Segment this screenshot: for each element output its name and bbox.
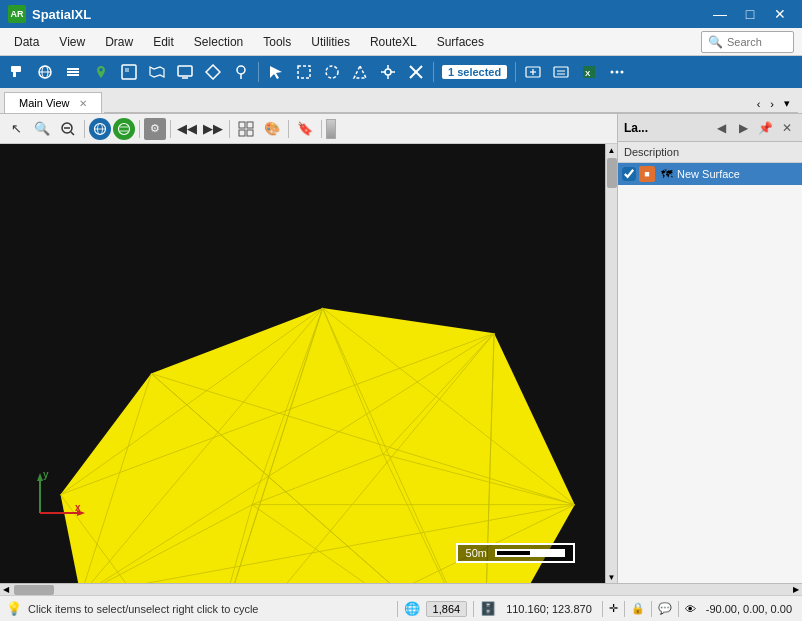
search-icon: 🔍 <box>708 35 723 49</box>
scroll-left-arrow[interactable]: ◀ <box>0 584 12 596</box>
tool-layers[interactable] <box>60 59 86 85</box>
tab-scroll-right[interactable]: › <box>766 96 778 112</box>
scroll-down-arrow[interactable]: ▼ <box>606 571 618 583</box>
view-sep6 <box>321 120 322 138</box>
layer-row-new-surface[interactable]: ■ 🗺 New Surface <box>618 163 802 185</box>
view-slider[interactable] <box>326 119 336 139</box>
menu-tools[interactable]: Tools <box>253 31 301 53</box>
tool-globe[interactable] <box>32 59 58 85</box>
app-title: AR SpatialXL <box>8 5 91 23</box>
layer-visibility-checkbox[interactable] <box>622 167 636 181</box>
svg-point-17 <box>326 66 338 78</box>
svg-point-13 <box>237 66 245 74</box>
tool-select1[interactable] <box>291 59 317 85</box>
svg-rect-29 <box>554 67 568 77</box>
menu-draw[interactable]: Draw <box>95 31 143 53</box>
menu-selection[interactable]: Selection <box>184 31 253 53</box>
database-status-icon: 🗄️ <box>480 601 496 616</box>
tool-arrow[interactable] <box>4 59 30 85</box>
description-header: Description <box>618 142 802 163</box>
svg-point-23 <box>385 69 391 75</box>
selection-count-badge: 1 selected <box>442 65 507 79</box>
svg-point-35 <box>616 71 619 74</box>
svg-rect-1 <box>13 72 16 77</box>
svg-rect-9 <box>125 68 129 72</box>
menu-surfaces[interactable]: Surfaces <box>427 31 494 53</box>
tab-scroll-left[interactable]: ‹ <box>753 96 765 112</box>
tab-main-view[interactable]: Main View ✕ <box>4 92 102 113</box>
view-globe1[interactable] <box>89 118 111 140</box>
tool-pin[interactable] <box>228 59 254 85</box>
menu-data[interactable]: Data <box>4 31 49 53</box>
panel-close-button[interactable]: ✕ <box>778 119 796 137</box>
message-icon: 💬 <box>658 602 672 615</box>
status-sep2 <box>473 601 474 617</box>
panel-header: La... ◀ ▶ 📌 ✕ <box>618 114 802 142</box>
maximize-button[interactable]: □ <box>736 3 764 25</box>
svg-rect-6 <box>67 71 79 73</box>
svg-point-43 <box>119 123 130 134</box>
search-box[interactable]: 🔍 <box>701 31 794 53</box>
rotation-value: -90.00, 0.00, 0.00 <box>702 603 796 615</box>
tool-map-pin[interactable] <box>88 59 114 85</box>
view-zoom-in[interactable]: 🔍 <box>30 117 54 141</box>
tool-cursor[interactable] <box>263 59 289 85</box>
tool-export1[interactable] <box>520 59 546 85</box>
tool-export2[interactable] <box>548 59 574 85</box>
main-area: ↖ 🔍 ⚙ ◀◀ ▶▶ 🎨 🔖 <box>0 114 802 583</box>
scroll-thumb[interactable] <box>607 158 617 188</box>
scroll-up-arrow[interactable]: ▲ <box>606 144 618 156</box>
view-prev[interactable]: ◀◀ <box>175 117 199 141</box>
status-sep3 <box>602 601 603 617</box>
menu-routexl[interactable]: RouteXL <box>360 31 427 53</box>
separator-3 <box>515 62 516 82</box>
minimize-button[interactable]: — <box>706 3 734 25</box>
menu-utilities[interactable]: Utilities <box>301 31 360 53</box>
record-count-badge[interactable]: 1,864 <box>426 601 468 617</box>
tool-select3[interactable] <box>347 59 373 85</box>
search-input[interactable] <box>727 36 787 48</box>
tool-polygon[interactable] <box>116 59 142 85</box>
svg-rect-44 <box>239 122 245 128</box>
svg-rect-7 <box>67 74 79 76</box>
polygon-svg <box>0 144 605 583</box>
view-bookmark[interactable]: 🔖 <box>293 117 317 141</box>
view-cursor[interactable]: ↖ <box>4 117 28 141</box>
menu-edit[interactable]: Edit <box>143 31 184 53</box>
view-settings[interactable]: ⚙ <box>144 118 166 140</box>
view-color[interactable]: 🎨 <box>260 117 284 141</box>
view-zoom-out[interactable] <box>56 117 80 141</box>
panel-pin-button[interactable]: 📌 <box>756 119 774 137</box>
vertical-scrollbar[interactable]: ▲ ▼ <box>605 144 617 583</box>
view-next[interactable]: ▶▶ <box>201 117 225 141</box>
axes-indicator: y x <box>30 463 90 523</box>
layer-name-label: New Surface <box>677 168 740 180</box>
tool-more[interactable] <box>604 59 630 85</box>
map-canvas[interactable]: y x 50m <box>0 144 605 583</box>
tab-close-button[interactable]: ✕ <box>79 98 87 109</box>
horizontal-scrollbar[interactable]: ◀ ▶ <box>0 583 802 595</box>
panel-back-button[interactable]: ◀ <box>712 119 730 137</box>
tab-dropdown[interactable]: ▾ <box>780 95 794 112</box>
tool-diamond[interactable] <box>200 59 226 85</box>
tool-x[interactable] <box>403 59 429 85</box>
panel-body: Description ■ 🗺 New Surface <box>618 142 802 583</box>
status-sep1 <box>397 601 398 617</box>
tool-map-small[interactable] <box>144 59 170 85</box>
tool-excel[interactable]: X <box>576 59 602 85</box>
tool-select4[interactable] <box>375 59 401 85</box>
tool-select2[interactable] <box>319 59 345 85</box>
crosshair-icon: ✛ <box>609 602 618 615</box>
layer-type-icon: 🗺 <box>658 166 674 182</box>
view-globe2[interactable] <box>113 118 135 140</box>
view-grid[interactable] <box>234 117 258 141</box>
window-controls: — □ ✕ <box>706 3 794 25</box>
menu-view[interactable]: View <box>49 31 95 53</box>
scroll-right-arrow[interactable]: ▶ <box>790 584 802 596</box>
scale-bar: 50m <box>456 543 575 563</box>
h-scroll-thumb[interactable] <box>14 585 54 595</box>
close-button[interactable]: ✕ <box>766 3 794 25</box>
panel-forward-button[interactable]: ▶ <box>734 119 752 137</box>
tool-screen[interactable] <box>172 59 198 85</box>
app-icon: AR <box>8 5 26 23</box>
